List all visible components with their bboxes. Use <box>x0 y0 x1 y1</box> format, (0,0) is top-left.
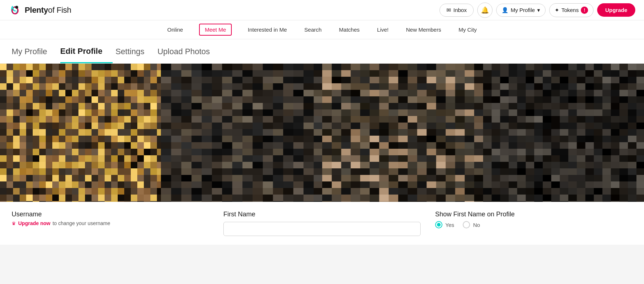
inbox-button[interactable]: ✉ Inbox <box>440 4 474 17</box>
my-profile-button[interactable]: 👤 My Profile ▾ <box>496 4 546 17</box>
notifications-button[interactable]: 🔔 <box>477 3 493 18</box>
photo-1 <box>0 64 161 202</box>
nav-new-members[interactable]: New Members <box>405 21 443 39</box>
show-name-options: Yes No <box>435 221 632 228</box>
tokens-button[interactable]: ✦ Tokens ! <box>549 3 594 17</box>
inbox-icon: ✉ <box>446 7 451 13</box>
first-name-input[interactable] <box>223 222 421 236</box>
upgrade-now-link[interactable]: Upgrade now <box>18 220 50 226</box>
tokens-badge: ! <box>581 7 588 14</box>
logo[interactable]: Plentyof Fish <box>9 4 71 17</box>
subnav-upload-photos[interactable]: Upload Photos <box>157 40 220 63</box>
profile-label: My Profile <box>511 7 535 13</box>
profile-form: Username ♛ Upgrade now to change your us… <box>0 202 644 245</box>
tokens-icon: ✦ <box>555 7 559 13</box>
profile-subnav: My Profile Edit Profile Settings Upload … <box>0 39 644 64</box>
photo-3 <box>322 64 483 202</box>
nav-live[interactable]: Live! <box>376 21 390 39</box>
first-name-label: First Name <box>223 211 421 218</box>
show-name-field: Show First Name on Profile Yes No <box>435 211 632 228</box>
upgrade-button[interactable]: Upgrade <box>597 3 635 17</box>
svg-point-1 <box>15 6 18 9</box>
logo-icon <box>9 4 22 17</box>
inbox-label: Inbox <box>453 7 467 13</box>
form-row-1: Username ♛ Upgrade now to change your us… <box>12 211 632 236</box>
subnav-settings[interactable]: Settings <box>116 40 155 63</box>
radio-no-icon <box>463 221 470 228</box>
username-field: Username ♛ Upgrade now to change your us… <box>12 211 209 226</box>
nav-meetme[interactable]: Meet Me <box>199 24 232 36</box>
show-name-label: Show First Name on Profile <box>435 211 632 218</box>
photo-2 <box>161 64 322 202</box>
logo-text: Plentyof Fish <box>25 5 71 15</box>
tokens-label: Tokens <box>562 7 579 13</box>
show-name-yes-option[interactable]: Yes <box>435 221 454 228</box>
show-no-label: No <box>473 222 480 228</box>
main-content: Username ♛ Upgrade now to change your us… <box>0 64 644 284</box>
nav-interested[interactable]: Interested in Me <box>246 21 288 39</box>
subnav-my-profile[interactable]: My Profile <box>12 40 57 63</box>
nav-my-city[interactable]: My City <box>457 21 478 39</box>
bell-icon: 🔔 <box>481 6 489 14</box>
show-name-no-option[interactable]: No <box>463 221 480 228</box>
upgrade-note: ♛ Upgrade now to change your username <box>12 220 209 226</box>
top-navbar: Plentyof Fish ✉ Inbox 🔔 👤 My Profile ▾ ✦… <box>0 0 644 20</box>
first-name-field: First Name <box>223 211 421 236</box>
upgrade-label: Upgrade <box>605 7 627 13</box>
nav-matches[interactable]: Matches <box>337 21 361 39</box>
nav-right-actions: ✉ Inbox 🔔 👤 My Profile ▾ ✦ Tokens ! Upgr… <box>440 3 635 18</box>
nav-search[interactable]: Search <box>303 21 323 39</box>
crown-icon: ♛ <box>12 221 16 226</box>
nav-online[interactable]: Online <box>166 21 185 39</box>
profile-icon: 👤 <box>502 7 509 13</box>
username-label: Username <box>12 211 209 218</box>
photo-strip <box>0 64 644 202</box>
photo-4 <box>483 64 644 202</box>
radio-yes-icon <box>435 221 442 228</box>
upgrade-note-text: to change your username <box>53 220 110 226</box>
chevron-down-icon: ▾ <box>537 7 540 13</box>
show-yes-label: Yes <box>445 222 454 228</box>
subnav-edit-profile[interactable]: Edit Profile <box>60 39 113 63</box>
secondary-navbar: Online Meet Me Interested in Me Search M… <box>0 20 644 39</box>
